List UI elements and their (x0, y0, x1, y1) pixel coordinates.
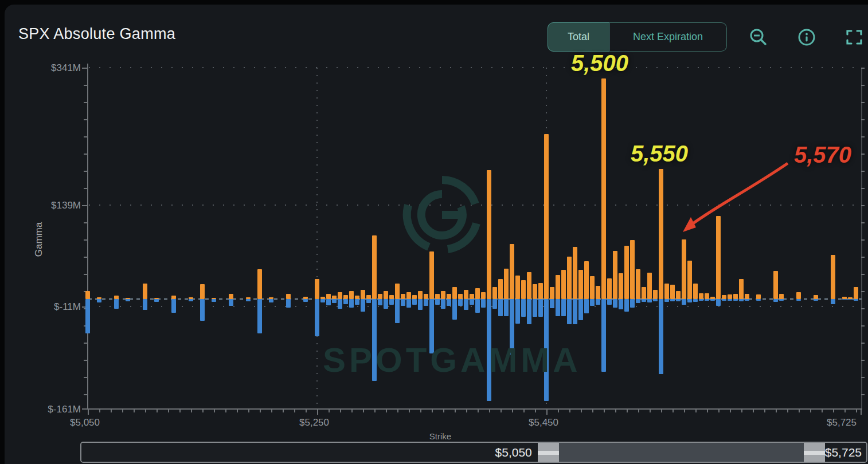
gamma-bar-neg-5060[interactable] (97, 299, 101, 302)
gamma-bar-neg-5365[interactable] (447, 299, 451, 306)
gamma-bar-pos-5365[interactable] (447, 294, 451, 299)
gamma-bar-neg-5475[interactable] (573, 299, 577, 324)
gamma-bar-pos-5535[interactable] (642, 287, 646, 299)
gamma-bar-neg-5345[interactable] (424, 299, 428, 306)
gamma-bar-neg-5545[interactable] (653, 299, 658, 301)
gamma-bar-pos-5615[interactable] (733, 294, 738, 299)
gamma-bar-neg-5200[interactable] (257, 299, 262, 333)
gamma-bar-pos-5685[interactable] (814, 295, 818, 299)
gamma-bar-neg-5190[interactable] (246, 299, 251, 301)
gamma-bar-neg-5510[interactable] (613, 299, 617, 307)
gamma-bar-pos-5100[interactable] (143, 284, 147, 299)
gamma-bar-pos-5150[interactable] (200, 284, 205, 299)
gamma-bar-neg-5375[interactable] (458, 299, 463, 306)
gamma-bar-pos-5565[interactable] (676, 291, 681, 299)
gamma-bar-pos-5510[interactable] (613, 251, 617, 299)
gamma-bar-neg-5600[interactable] (716, 299, 721, 306)
gamma-bar-neg-5315[interactable] (389, 299, 394, 304)
gamma-bar-neg-5355[interactable] (435, 299, 440, 304)
gamma-bar-pos-5315[interactable] (389, 295, 394, 299)
gamma-bar-neg-5430[interactable] (521, 299, 526, 317)
gamma-bar-pos-5550[interactable] (659, 169, 663, 300)
gamma-bar-neg-5525[interactable] (630, 299, 635, 307)
slider-left-handle[interactable] (538, 443, 559, 462)
gamma-bar-pos-5490[interactable] (590, 276, 595, 299)
gamma-bar-neg-5415[interactable] (504, 299, 509, 316)
gamma-bar-neg-5495[interactable] (596, 299, 600, 304)
gamma-bar-neg-5570[interactable] (682, 299, 686, 304)
gamma-bar-neg-5485[interactable] (584, 299, 589, 313)
gamma-bar-pos-5370[interactable] (452, 287, 457, 299)
gamma-bar-pos-5295[interactable] (366, 295, 371, 299)
gamma-bar-pos-5395[interactable] (481, 292, 486, 299)
gamma-bar-neg-5370[interactable] (452, 299, 457, 320)
gamma-bar-pos-5525[interactable] (630, 240, 635, 299)
gamma-bar-neg-5310[interactable] (384, 299, 388, 309)
gamma-bar-pos-5570[interactable] (682, 239, 686, 299)
gamma-bar-neg-5625[interactable] (745, 299, 749, 300)
gamma-bar-neg-5325[interactable] (401, 299, 405, 306)
gamma-bar-pos-5540[interactable] (647, 273, 652, 299)
gamma-bar-neg-5480[interactable] (578, 299, 583, 320)
gamma-bar-pos-5470[interactable] (567, 257, 572, 300)
gamma-bar-neg-5650[interactable] (773, 299, 778, 302)
gamma-bar-pos-5480[interactable] (578, 270, 583, 299)
gamma-bar-pos-5585[interactable] (699, 293, 703, 300)
slider-selected-track[interactable] (559, 443, 804, 462)
gamma-bar-neg-5425[interactable] (515, 299, 520, 324)
gamma-bar-pos-5200[interactable] (257, 269, 262, 299)
gamma-bar-pos-5635[interactable] (756, 294, 761, 299)
gamma-bar-neg-5405[interactable] (492, 299, 497, 309)
gamma-bar-neg-5620[interactable] (739, 299, 744, 301)
gamma-bar-pos-5530[interactable] (636, 269, 640, 299)
gamma-bar-neg-5700[interactable] (831, 299, 835, 304)
gamma-bar-neg-5515[interactable] (619, 299, 623, 309)
gamma-bar-pos-5275[interactable] (343, 295, 348, 299)
gamma-bar-pos-5290[interactable] (361, 290, 365, 300)
gamma-bar-pos-5355[interactable] (435, 294, 440, 299)
gamma-bar-neg-5320[interactable] (395, 299, 400, 323)
gamma-bar-neg-5390[interactable] (475, 299, 480, 313)
gamma-bar-neg-5455[interactable] (550, 299, 554, 308)
gamma-bar-pos-5655[interactable] (779, 294, 784, 299)
gamma-bar-neg-5290[interactable] (361, 299, 365, 311)
gamma-bar-neg-5285[interactable] (355, 299, 359, 304)
gamma-bar-neg-5385[interactable] (470, 299, 474, 304)
fullscreen-icon[interactable] (844, 27, 865, 48)
gamma-bar-pos-5385[interactable] (470, 294, 474, 299)
gamma-bar-pos-5425[interactable] (515, 276, 520, 299)
gamma-bar-neg-5550[interactable] (659, 299, 663, 373)
gamma-bar-pos-5225[interactable] (286, 294, 291, 299)
gamma-bar-pos-5495[interactable] (596, 286, 600, 300)
gamma-bar-pos-5670[interactable] (796, 292, 801, 299)
gamma-bar-pos-5475[interactable] (573, 247, 577, 299)
gamma-bar-pos-5580[interactable] (693, 284, 698, 299)
gamma-bar-neg-5210[interactable] (269, 299, 273, 302)
gamma-bar-neg-5580[interactable] (693, 299, 698, 302)
gamma-bar-neg-5305[interactable] (378, 299, 382, 305)
gamma-bar-neg-5265[interactable] (332, 299, 337, 303)
gamma-bar-neg-5470[interactable] (567, 299, 572, 324)
gamma-bar-neg-5565[interactable] (676, 299, 681, 301)
gamma-bar-neg-5140[interactable] (189, 299, 193, 301)
gamma-bar-pos-5410[interactable] (498, 279, 503, 300)
gamma-bar-pos-5500[interactable] (601, 78, 606, 299)
gamma-bar-neg-5340[interactable] (418, 299, 423, 310)
gamma-bar-pos-5390[interactable] (475, 288, 480, 299)
gamma-bar-neg-5110[interactable] (154, 299, 159, 302)
gamma-bar-neg-5255[interactable] (320, 299, 325, 302)
gamma-bar-neg-5280[interactable] (349, 299, 354, 307)
total-button[interactable]: Total (548, 22, 609, 52)
gamma-bar-pos-5375[interactable] (458, 294, 463, 299)
gamma-bar-pos-5575[interactable] (687, 261, 692, 300)
gamma-bar-neg-5505[interactable] (607, 299, 612, 304)
gamma-bar-neg-5720[interactable] (854, 299, 858, 300)
gamma-bar-neg-5250[interactable] (315, 299, 319, 336)
gamma-bar-pos-5415[interactable] (504, 269, 509, 299)
gamma-bar-pos-5600[interactable] (716, 216, 721, 300)
gamma-bar-pos-5320[interactable] (395, 284, 400, 299)
gamma-bar-neg-5530[interactable] (636, 299, 640, 303)
gamma-bar-neg-5715[interactable] (848, 299, 853, 300)
info-icon[interactable] (796, 27, 817, 48)
gamma-bar-neg-5360[interactable] (441, 299, 445, 309)
